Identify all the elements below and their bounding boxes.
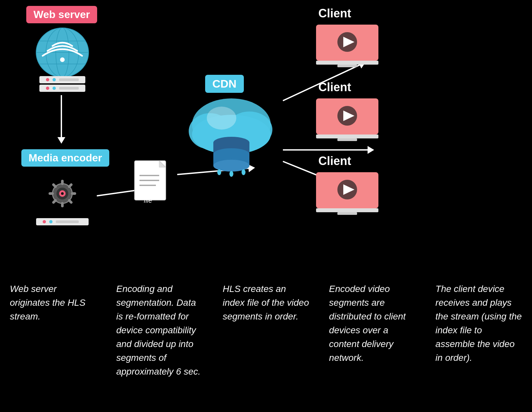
svg-rect-55 <box>337 65 357 67</box>
svg-text:file: file <box>144 197 152 204</box>
cdn-label: CDN <box>205 75 244 93</box>
svg-rect-11 <box>59 78 79 81</box>
svg-point-52 <box>242 169 245 175</box>
desc-col-4: Encoded video segments are distributed t… <box>319 276 426 385</box>
svg-rect-54 <box>316 61 378 65</box>
svg-rect-15 <box>59 87 79 90</box>
client-video-2 <box>314 97 380 144</box>
client-video-3 <box>314 171 380 218</box>
encoder-icon <box>30 167 95 226</box>
desc-col-5: The client device receives and plays the… <box>426 276 532 385</box>
svg-point-14 <box>53 87 56 90</box>
server-icon <box>30 23 95 92</box>
client-video-1 <box>314 23 380 70</box>
svg-point-30 <box>49 220 53 223</box>
svg-point-51 <box>229 171 233 177</box>
svg-rect-60 <box>337 138 357 141</box>
arrow-server-to-encoder <box>61 95 62 138</box>
index-file-icon: Index file <box>131 157 174 210</box>
svg-text:Index: Index <box>141 189 158 196</box>
svg-point-19 <box>61 192 64 195</box>
svg-point-13 <box>46 87 49 90</box>
client-label-1: Client <box>318 7 351 20</box>
svg-point-9 <box>46 78 49 81</box>
web-server-label: Web server <box>26 6 97 23</box>
media-encoder-label: Media encoder <box>21 149 109 167</box>
desc-col-2: Encoding and segmentation. Data is re-fo… <box>106 276 213 385</box>
text-descriptions: Web server originates the HLS stream. En… <box>0 276 532 385</box>
svg-point-50 <box>217 169 221 175</box>
desc-text-1: Web server originates the HLS stream. <box>10 284 85 321</box>
svg-rect-64 <box>316 208 378 212</box>
diagram-area: Web server <box>0 0 532 269</box>
svg-point-10 <box>53 78 56 81</box>
desc-text-4: Encoded video segments are distributed t… <box>329 284 406 363</box>
desc-col-3: HLS creates an index file of the video s… <box>213 276 319 385</box>
svg-point-29 <box>43 220 46 223</box>
svg-point-7 <box>60 57 65 62</box>
client-label-3: Client <box>318 154 351 168</box>
desc-col-1: Web server originates the HLS stream. <box>0 276 106 385</box>
cdn-icon <box>184 92 279 177</box>
desc-text-5: The client device receives and plays the… <box>436 284 522 363</box>
svg-line-24 <box>53 185 55 187</box>
svg-line-25 <box>69 200 71 202</box>
svg-line-26 <box>69 185 71 187</box>
desc-text-2: Encoding and segmentation. Data is re-fo… <box>116 284 201 377</box>
desc-text-3: HLS creates an index file of the video s… <box>223 284 309 321</box>
svg-line-27 <box>53 200 55 202</box>
arrow-cdn-client2 <box>283 149 368 151</box>
svg-rect-59 <box>316 134 378 138</box>
svg-rect-65 <box>337 212 357 215</box>
svg-rect-31 <box>56 220 79 223</box>
client-label-2: Client <box>318 80 351 94</box>
svg-point-44 <box>207 107 236 130</box>
